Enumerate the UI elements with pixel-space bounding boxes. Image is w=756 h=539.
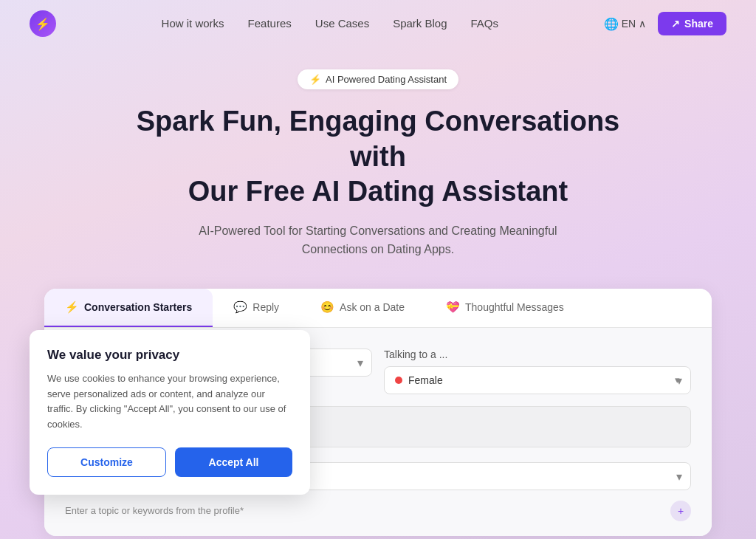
nav-links: How it works Features Use Cases Spark Bl… (162, 17, 498, 30)
privacy-popup: We value your privacy We use cookies to … (30, 330, 310, 495)
logo[interactable]: ⚡ (30, 10, 56, 37)
gender-chevron-icon: ▾ (675, 374, 680, 385)
nav-right: 🌐 EN ∧ ↗ Share (604, 12, 726, 35)
gender-display[interactable]: Female ▾ (384, 366, 691, 394)
share-button[interactable]: ↗ Share (658, 12, 726, 35)
tab-reply-icon: 💬 (233, 301, 247, 314)
nav-how-it-works[interactable]: How it works (162, 17, 224, 30)
tab-conversation-starters[interactable]: ⚡ Conversation Starters (44, 289, 213, 327)
keyword-row: Enter a topic or keywords from the profi… (65, 501, 691, 521)
tab-reply-label: Reply (252, 301, 279, 313)
keyword-label: Enter a topic or keywords from the profi… (65, 505, 662, 516)
keyword-add-icon[interactable]: + (670, 501, 691, 521)
tab-ask-on-date-icon: 😊 (320, 301, 334, 314)
navbar: ⚡ How it works Features Use Cases Spark … (0, 0, 756, 47)
share-label: Share (684, 18, 713, 30)
tab-thoughtful-messages-icon: 💝 (446, 301, 460, 314)
hero-heading: Spark Fun, Engaging Conversations with O… (127, 104, 629, 210)
nav-faqs[interactable]: FAQs (471, 17, 499, 30)
language-label: EN (622, 18, 636, 30)
tabs-bar: ⚡ Conversation Starters 💬 Reply 😊 Ask on… (44, 289, 712, 328)
tab-conversation-starters-icon: ⚡ (65, 301, 79, 314)
female-dot-icon (395, 377, 402, 384)
nav-features[interactable]: Features (248, 17, 292, 30)
globe-icon: 🌐 (604, 17, 619, 31)
tab-conversation-starters-label: Conversation Starters (84, 301, 192, 313)
form-group-talking: Talking to a ... Female ▾ (384, 349, 691, 394)
talking-label: Talking to a ... (384, 349, 691, 360)
privacy-title: We value your privacy (47, 348, 292, 363)
badge-text: AI Powered Dating Assistant (326, 74, 447, 85)
nav-use-cases[interactable]: Use Cases (315, 17, 369, 30)
share-icon: ↗ (671, 18, 680, 30)
badge-icon: ⚡ (309, 74, 321, 85)
language-selector[interactable]: 🌐 EN ∧ (604, 17, 646, 31)
tab-reply[interactable]: 💬 Reply (213, 289, 300, 327)
tab-ask-on-date-label: Ask on a Date (340, 301, 405, 313)
hero-subtext: AI-Powered Tool for Starting Conversatio… (186, 222, 570, 259)
accept-all-button[interactable]: Accept All (175, 447, 292, 477)
nav-spark-blog[interactable]: Spark Blog (393, 17, 447, 30)
privacy-buttons: Customize Accept All (47, 447, 292, 477)
privacy-text: We use cookies to enhance your browsing … (47, 371, 292, 433)
tab-thoughtful-messages-label: Thoughtful Messages (465, 301, 564, 313)
gender-select-wrapper: Female ▾ (384, 366, 691, 394)
customize-button[interactable]: Customize (47, 447, 166, 477)
tab-thoughtful-messages[interactable]: 💝 Thoughtful Messages (425, 289, 585, 327)
chevron-down-icon: ∧ (639, 18, 646, 30)
hero-section: ⚡ AI Powered Dating Assistant Spark Fun,… (0, 47, 756, 289)
ai-badge: ⚡ AI Powered Dating Assistant (298, 69, 458, 89)
gender-value: Female (408, 374, 443, 386)
logo-icon: ⚡ (35, 17, 50, 31)
tab-ask-on-date[interactable]: 😊 Ask on a Date (300, 289, 425, 327)
